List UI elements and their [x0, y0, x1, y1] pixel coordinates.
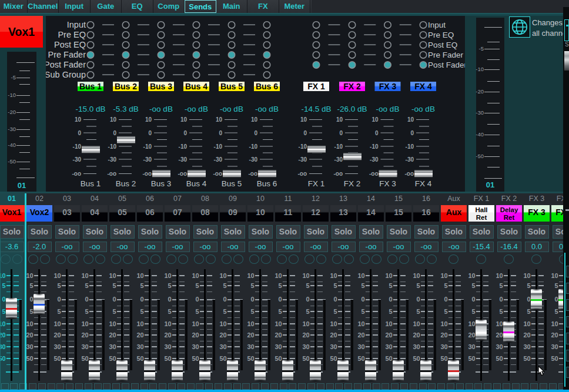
svg-text:-oo dB: -oo dB — [149, 105, 173, 113]
svg-text:0: 0 — [78, 130, 81, 136]
svg-text:-oo dB: -oo dB — [185, 105, 208, 113]
svg-text:Bus 6: Bus 6 — [256, 82, 278, 91]
svg-text:-oo: -oo — [107, 170, 116, 177]
svg-text:10: 10 — [145, 116, 152, 123]
svg-text:Bus 1: Bus 1 — [81, 179, 101, 188]
svg-text:-26.0 dB: -26.0 dB — [337, 105, 367, 113]
svg-text:-oo dB: -oo dB — [220, 105, 243, 113]
svg-text:Bus 2: Bus 2 — [116, 179, 136, 188]
svg-text:Bus 3: Bus 3 — [150, 82, 172, 91]
svg-text:Bus 6: Bus 6 — [257, 179, 277, 188]
svg-text:Pre EQ: Pre EQ — [58, 30, 86, 39]
svg-text:Bus 4: Bus 4 — [185, 82, 207, 91]
svg-text:-15.0 dB: -15.0 dB — [75, 105, 105, 113]
svg-text:0: 0 — [148, 130, 152, 136]
svg-text:-30: -30 — [108, 156, 117, 163]
svg-text:10: 10 — [371, 116, 379, 123]
svg-text:Post EQ: Post EQ — [54, 40, 86, 49]
svg-text:Pre Fader: Pre Fader — [48, 50, 86, 59]
svg-text:10: 10 — [251, 116, 258, 123]
svg-text:-30: -30 — [179, 156, 188, 163]
svg-text:-oo dB: -oo dB — [255, 105, 279, 113]
svg-text:Input: Input — [67, 20, 86, 29]
svg-text:10: 10 — [216, 116, 223, 123]
svg-text:-30: -30 — [334, 156, 343, 163]
svg-text:-oo: -oo — [178, 170, 187, 177]
svg-text:-oo: -oo — [297, 170, 307, 177]
svg-text:FX 2: FX 2 — [343, 82, 361, 91]
svg-text:-30: -30 — [73, 156, 82, 163]
svg-text:Input: Input — [428, 21, 446, 29]
svg-text:0: 0 — [254, 130, 257, 136]
svg-text:0: 0 — [183, 130, 187, 136]
svg-text:-oo: -oo — [213, 170, 222, 177]
svg-text:Bus 5: Bus 5 — [222, 179, 242, 188]
svg-text:0: 0 — [375, 130, 379, 136]
svg-text:Pre Fader: Pre Fader — [428, 51, 464, 59]
svg-text:-10: -10 — [370, 143, 379, 150]
svg-text:10: 10 — [180, 116, 188, 123]
svg-text:Bus 3: Bus 3 — [151, 179, 172, 188]
svg-text:-oo: -oo — [333, 170, 343, 177]
svg-text:-oo: -oo — [369, 170, 379, 177]
svg-text:-5.3 dB: -5.3 dB — [113, 105, 139, 113]
svg-text:-14.5 dB: -14.5 dB — [301, 105, 331, 113]
svg-text:-10: -10 — [108, 143, 117, 150]
svg-text:Sub Group: Sub Group — [46, 70, 86, 79]
svg-text:-10: -10 — [179, 143, 188, 150]
svg-text:0: 0 — [303, 130, 307, 136]
svg-text:-10: -10 — [214, 143, 223, 150]
svg-text:Post EQ: Post EQ — [428, 41, 457, 49]
svg-text:FX 1: FX 1 — [308, 179, 325, 188]
svg-text:-10: -10 — [73, 143, 82, 150]
svg-text:FX 2: FX 2 — [344, 179, 361, 188]
svg-text:-oo: -oo — [72, 170, 81, 177]
svg-text:FX 1: FX 1 — [307, 82, 325, 91]
svg-text:0: 0 — [219, 130, 222, 136]
svg-text:Post Fader: Post Fader — [46, 60, 86, 69]
svg-text:-30: -30 — [299, 156, 307, 163]
svg-text:10: 10 — [110, 116, 117, 123]
svg-text:-oo dB: -oo dB — [411, 105, 435, 113]
svg-text:0: 0 — [410, 130, 414, 136]
svg-text:-oo dB: -oo dB — [376, 105, 400, 113]
svg-text:10: 10 — [407, 116, 414, 123]
svg-text:10: 10 — [336, 116, 343, 123]
svg-text:10: 10 — [300, 116, 307, 123]
svg-text:-oo: -oo — [404, 170, 414, 177]
svg-text:-10: -10 — [406, 143, 414, 150]
svg-text:FX 4: FX 4 — [414, 82, 432, 91]
svg-text:FX 3: FX 3 — [379, 179, 396, 188]
svg-text:-oo: -oo — [142, 170, 152, 177]
svg-text:Bus 2: Bus 2 — [115, 82, 137, 91]
svg-text:-10: -10 — [143, 143, 152, 150]
svg-text:-10: -10 — [249, 143, 258, 150]
svg-text:-30: -30 — [249, 156, 258, 163]
svg-text:-10: -10 — [299, 143, 307, 150]
svg-text:Pre EQ: Pre EQ — [428, 31, 454, 39]
svg-text:Bus 1: Bus 1 — [79, 82, 102, 91]
svg-text:Post Fader: Post Fader — [428, 61, 465, 69]
svg-text:-30: -30 — [143, 156, 152, 163]
svg-text:FX 3: FX 3 — [379, 82, 397, 91]
svg-text:-30: -30 — [370, 156, 379, 163]
svg-text:0: 0 — [339, 130, 343, 136]
svg-text:-30: -30 — [406, 156, 414, 163]
svg-text:-10: -10 — [334, 143, 343, 150]
svg-text:Bus 4: Bus 4 — [186, 179, 207, 188]
svg-text:FX 4: FX 4 — [415, 179, 432, 188]
svg-text:Bus 5: Bus 5 — [220, 82, 243, 91]
svg-text:10: 10 — [75, 116, 82, 123]
svg-text:-oo: -oo — [248, 170, 257, 177]
svg-text:-30: -30 — [214, 156, 223, 163]
svg-text:0: 0 — [113, 130, 116, 136]
